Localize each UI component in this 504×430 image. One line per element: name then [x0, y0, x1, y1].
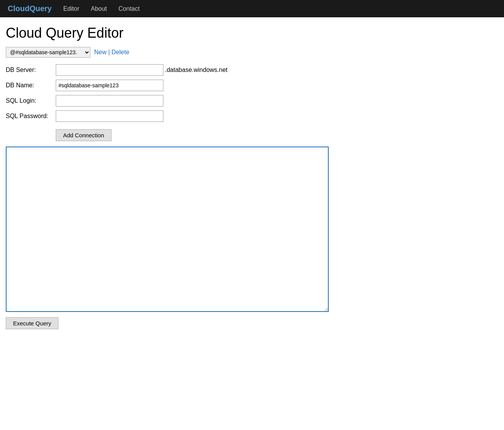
db-server-input-cell: .database.windows.net — [56, 62, 231, 78]
main-content: Cloud Query Editor @#sqldatabase-sample1… — [0, 17, 504, 337]
brand-logo[interactable]: CloudQuery — [8, 4, 52, 13]
sql-password-row: SQL Password: — [6, 108, 231, 124]
connection-select[interactable]: @#sqldatabase-sample123. — [6, 47, 90, 58]
sql-login-label: SQL Login: — [6, 93, 56, 108]
sql-password-label: SQL Password: — [6, 108, 56, 124]
connection-row: @#sqldatabase-sample123. New | Delete — [6, 47, 498, 58]
db-server-label: DB Server: — [6, 62, 56, 78]
db-name-label: DB Name: — [6, 78, 56, 93]
execute-query-button[interactable]: Execute Query — [6, 317, 58, 329]
nav-contact[interactable]: Contact — [118, 5, 140, 12]
db-name-input[interactable] — [56, 80, 163, 91]
add-connection-button[interactable]: Add Connection — [56, 129, 111, 141]
sql-login-input-cell — [56, 93, 231, 108]
navbar: CloudQuery Editor About Contact — [0, 0, 504, 17]
nav-about[interactable]: About — [91, 5, 107, 12]
connection-form: DB Server: .database.windows.net DB Name… — [6, 62, 231, 124]
db-server-row: DB Server: .database.windows.net — [6, 62, 231, 78]
sql-password-input[interactable] — [56, 110, 163, 122]
db-server-input[interactable] — [56, 64, 163, 76]
new-delete-link[interactable]: New | Delete — [94, 49, 129, 56]
sql-login-input[interactable] — [56, 95, 163, 107]
sql-query-textarea[interactable] — [6, 147, 329, 312]
nav-editor[interactable]: Editor — [63, 5, 79, 12]
db-server-suffix: .database.windows.net — [165, 67, 228, 73]
db-name-row: DB Name: — [6, 78, 231, 93]
page-title: Cloud Query Editor — [6, 25, 498, 41]
sql-password-input-cell — [56, 108, 231, 124]
db-name-input-cell — [56, 78, 231, 93]
sql-login-row: SQL Login: — [6, 93, 231, 108]
